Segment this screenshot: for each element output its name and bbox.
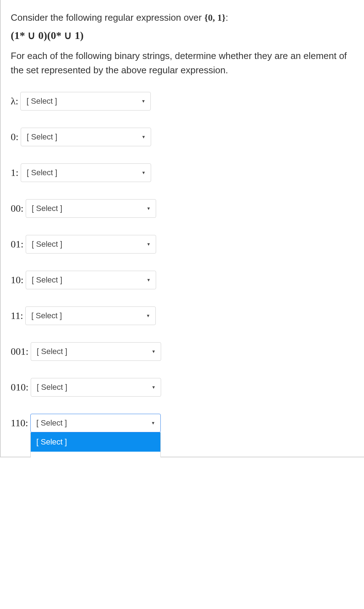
string-label: λ:	[11, 95, 18, 107]
field-row: λ:[ Select ]▼	[11, 92, 354, 110]
intro-prefix: Consider the following regular expressio…	[11, 12, 204, 23]
string-label: 110:	[11, 417, 28, 429]
chevron-down-icon: ▼	[146, 206, 151, 211]
select-anchor: [ Select ]▼	[31, 378, 161, 397]
string-label: 11:	[11, 310, 23, 321]
field-row: 010:[ Select ]▼	[11, 378, 354, 397]
select-dropdown[interactable]: [ Select ]▼	[31, 342, 161, 361]
options-popup: [ Select ]YN	[30, 432, 161, 457]
select-value: [ Select ]	[32, 275, 63, 284]
select-option[interactable]: [ Select ]	[31, 432, 160, 452]
select-dropdown[interactable]: [ Select ]▼	[21, 163, 151, 182]
instruction-text: For each of the following binary strings…	[11, 49, 354, 78]
select-value: [ Select ]	[37, 383, 68, 392]
field-row: 1:[ Select ]▼	[11, 163, 354, 182]
select-anchor: [ Select ]▼	[26, 235, 156, 254]
field-row: 10:[ Select ]▼	[11, 271, 354, 289]
alphabet-set: {0, 1}	[204, 13, 226, 23]
field-row: 11:[ Select ]▼	[11, 306, 354, 325]
select-dropdown[interactable]: [ Select ]▼	[30, 414, 161, 432]
select-dropdown[interactable]: [ Select ]▼	[20, 92, 151, 110]
string-label: 10:	[11, 274, 24, 286]
select-anchor: [ Select ]▼	[26, 271, 156, 289]
select-dropdown[interactable]: [ Select ]▼	[21, 128, 151, 146]
chevron-down-icon: ▼	[146, 242, 151, 247]
chevron-down-icon: ▼	[151, 421, 155, 426]
field-row: 00:[ Select ]▼	[11, 199, 354, 218]
select-value: [ Select ]	[26, 97, 57, 105]
select-anchor: [ Select ]▼	[26, 199, 156, 218]
field-row: 001:[ Select ]▼	[11, 342, 354, 361]
select-anchor: [ Select ]▼	[21, 163, 151, 182]
select-anchor: [ Select ]▼[ Select ]YN	[30, 414, 161, 432]
field-row: 0:[ Select ]▼	[11, 128, 354, 146]
select-anchor: [ Select ]▼	[20, 92, 151, 110]
chevron-down-icon: ▼	[146, 313, 150, 318]
select-anchor: [ Select ]▼	[25, 306, 156, 325]
string-label: 00:	[11, 203, 24, 214]
intro-line: Consider the following regular expressio…	[11, 11, 354, 25]
select-dropdown[interactable]: [ Select ]▼	[31, 378, 161, 397]
select-dropdown[interactable]: [ Select ]▼	[26, 271, 156, 289]
string-label: 0:	[11, 131, 19, 143]
select-option[interactable]: Y	[31, 452, 160, 457]
select-value: [ Select ]	[32, 204, 63, 213]
intro-suffix: :	[225, 12, 228, 23]
select-value: [ Select ]	[27, 168, 58, 177]
string-label: 1:	[11, 167, 19, 178]
field-row: 110:[ Select ]▼[ Select ]YN	[11, 414, 354, 432]
string-label: 001:	[11, 346, 29, 357]
chevron-down-icon: ▼	[146, 278, 151, 283]
question-container: Consider the following regular expressio…	[0, 0, 364, 457]
select-value: [ Select ]	[31, 311, 62, 320]
select-value: [ Select ]	[36, 418, 67, 427]
string-label: 010:	[11, 382, 29, 393]
chevron-down-icon: ▼	[141, 134, 146, 139]
chevron-down-icon: ▼	[141, 170, 146, 175]
field-row: 01:[ Select ]▼	[11, 235, 354, 254]
select-dropdown[interactable]: [ Select ]▼	[25, 306, 156, 325]
chevron-down-icon: ▼	[141, 99, 145, 104]
select-dropdown[interactable]: [ Select ]▼	[26, 199, 156, 218]
string-label: 01:	[11, 239, 24, 250]
select-value: [ Select ]	[37, 347, 68, 356]
chevron-down-icon: ▼	[151, 385, 156, 390]
select-dropdown[interactable]: [ Select ]▼	[26, 235, 156, 254]
select-value: [ Select ]	[32, 240, 63, 249]
regex-expression: (1* ∪ 0)(0* ∪ 1)	[11, 29, 354, 41]
select-value: [ Select ]	[27, 132, 58, 141]
chevron-down-icon: ▼	[151, 349, 156, 354]
select-anchor: [ Select ]▼	[21, 128, 151, 146]
select-anchor: [ Select ]▼	[31, 342, 161, 361]
